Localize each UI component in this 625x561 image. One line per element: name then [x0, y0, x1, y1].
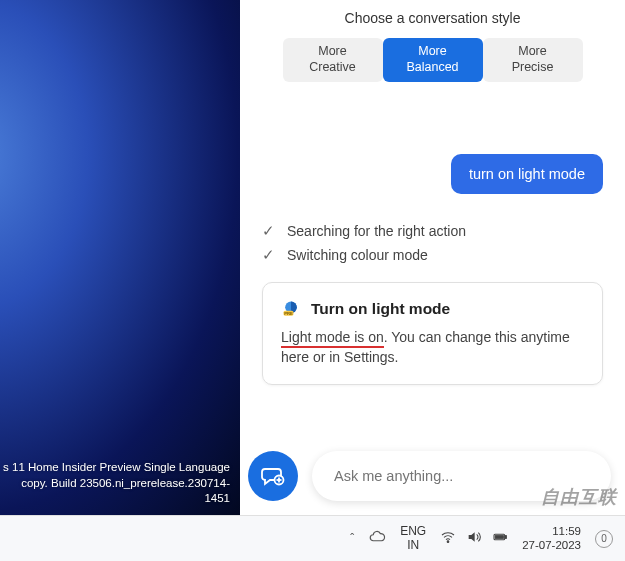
check-icon: ✓	[262, 246, 275, 264]
new-topic-button[interactable]	[248, 451, 298, 501]
svg-point-6	[447, 541, 449, 543]
user-message-bubble: turn on light mode	[451, 154, 603, 194]
user-message-row: turn on light mode	[240, 154, 603, 194]
conversation-style-selector: More Creative More Balanced More Precise	[240, 38, 625, 82]
windows-watermark: s 11 Home Insider Preview Single Languag…	[0, 460, 230, 507]
watermark-line: copy. Build 23506.ni_prerelease.230714-1…	[0, 476, 230, 507]
svg-rect-9	[505, 536, 506, 539]
svg-text:PRE: PRE	[284, 311, 293, 316]
style-label: Balanced	[406, 60, 458, 76]
time-text: 11:59	[522, 525, 581, 539]
status-line: ✓ Searching for the right action	[262, 222, 625, 240]
card-title: Turn on light mode	[311, 300, 450, 318]
status-line: ✓ Switching colour mode	[262, 246, 625, 264]
date-text: 27-07-2023	[522, 539, 581, 553]
desktop-wallpaper: s 11 Home Insider Preview Single Languag…	[0, 0, 240, 515]
tray-overflow-chevron-icon[interactable]: ˆ	[350, 532, 354, 546]
card-header: PRE Turn on light mode	[281, 299, 584, 319]
svg-rect-8	[496, 536, 504, 539]
volume-icon[interactable]	[466, 529, 482, 548]
style-label: More	[318, 44, 346, 60]
card-body-text: Light mode is on. You can change this an…	[281, 327, 584, 368]
style-more-creative[interactable]: More Creative	[283, 38, 383, 82]
system-tray-icons[interactable]	[440, 529, 508, 548]
check-icon: ✓	[262, 222, 275, 240]
preview-settings-icon: PRE	[281, 299, 301, 319]
style-label: Precise	[512, 60, 554, 76]
lang-line: IN	[400, 539, 426, 553]
watermark-line: s 11 Home Insider Preview Single Languag…	[0, 460, 230, 476]
assistant-status-block: ✓ Searching for the right action ✓ Switc…	[262, 222, 625, 264]
windows-taskbar: ˆ ENG IN 11:59 27-07-2023 0	[0, 515, 625, 561]
style-more-balanced[interactable]: More Balanced	[383, 38, 483, 82]
action-result-card: PRE Turn on light mode Light mode is on.…	[262, 282, 603, 385]
wifi-icon[interactable]	[440, 529, 456, 548]
style-label: More	[518, 44, 546, 60]
clock-date[interactable]: 11:59 27-07-2023	[522, 525, 581, 553]
style-label: More	[418, 44, 446, 60]
notification-center-button[interactable]: 0	[595, 530, 613, 548]
style-label: Creative	[309, 60, 356, 76]
onedrive-tray-icon[interactable]	[368, 528, 386, 549]
language-indicator[interactable]: ENG IN	[400, 525, 426, 553]
highlighted-text: Light mode is on	[281, 329, 384, 348]
copilot-chat-panel: Choose a conversation style More Creativ…	[240, 0, 625, 515]
conversation-style-title: Choose a conversation style	[240, 10, 625, 26]
image-source-watermark: 自由互联	[541, 485, 617, 509]
style-more-precise[interactable]: More Precise	[483, 38, 583, 82]
battery-icon[interactable]	[492, 529, 508, 548]
status-text: Searching for the right action	[287, 223, 466, 239]
lang-line: ENG	[400, 525, 426, 539]
status-text: Switching colour mode	[287, 247, 428, 263]
